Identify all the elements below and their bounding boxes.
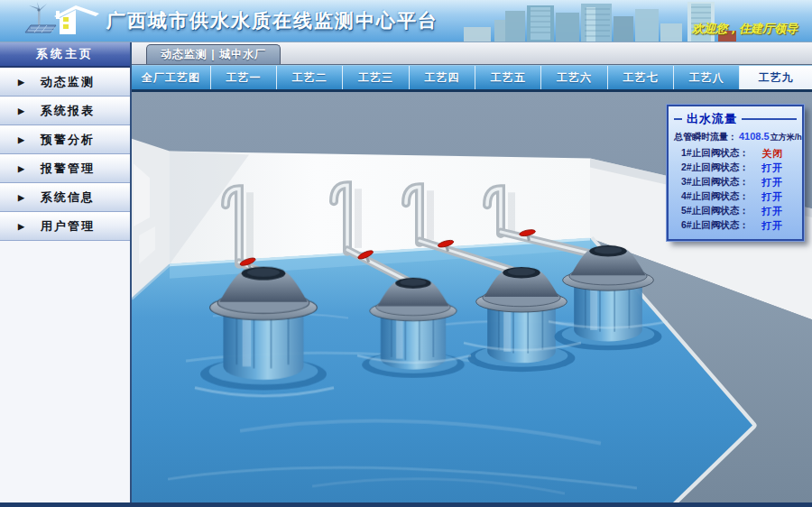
app-header: 广西城市供水水质在线监测中心平台 [0,0,812,42]
sidebar-item-label: 用户管理 [41,218,95,235]
sidebar-menu-item[interactable]: ▶ 报警管理 [0,154,130,183]
solar-panel-icon [25,25,56,32]
breadcrumb-tab[interactable]: 动态监测 | 城中水厂 [146,44,281,64]
valve-label: 3#止回阀状态： [681,176,749,189]
process-tabbar: 全厂工艺图 工艺一 工艺二 工艺三 工艺四 工艺五 工艺六 工艺七 工艺八 [132,65,812,89]
process-tab[interactable]: 工艺五 [475,66,541,89]
process-tab[interactable]: 工艺四 [410,66,475,89]
sidebar-menu-item[interactable]: ▶ 系统报表 [0,97,130,125]
flow-label: 总管瞬时流量： [674,131,737,143]
sidebar-menu-item[interactable]: ▶ 预警分析 [0,125,130,154]
valve-status-row: 5#止回阀状态： 打开 [674,204,797,218]
valve-status-row: 1#止回阀状态： 关闭 [674,146,797,161]
valve-status-row: 4#止回阀状态： 打开 [674,189,797,204]
valve-status-row: 2#止回阀状态： 打开 [674,161,797,175]
sidebar-filler [0,241,130,502]
process-tab[interactable]: 工艺二 [277,66,343,89]
process-tab[interactable]: 工艺七 [608,66,674,89]
valve-status-value: 打开 [749,176,797,189]
arrow-right-icon: ▶ [18,106,26,115]
valve-status-row: 3#止回阀状态： 打开 [674,175,797,189]
valve-status-value: 打开 [749,190,797,204]
arrow-right-icon: ▶ [18,135,26,144]
pump-room-scene: 出水流量 总管瞬时流量：4108.5立方米/h 1#止回阀状态： 关闭 [132,92,812,502]
page-title: 广西城市供水水质在线监测中心平台 [106,8,438,33]
welcome-text: 欢迎您，住建厅领导 [692,21,798,37]
window-bottom-edge [0,502,812,507]
sidebar-item-label: 系统报表 [41,103,95,119]
sidebar: 系统主页 ▶ 动态监测 ▶ 系统报表 ▶ 预警分析 [0,42,132,502]
sidebar-home-button[interactable]: 系统主页 [0,42,130,68]
platform-logo [20,2,103,40]
process-tab[interactable]: 工艺三 [343,66,409,89]
sidebar-item-label: 动态监测 [41,74,95,90]
valve-label: 6#止回阀状态： [681,219,749,232]
process-tab[interactable]: 全厂工艺图 [132,66,211,89]
sidebar-menu-item[interactable]: ▶ 用户管理 [0,212,130,241]
sidebar-item-label: 报警管理 [41,161,95,177]
breadcrumb-row: 动态监测 | 城中水厂 [132,42,812,65]
valve-label: 5#止回阀状态： [681,205,749,217]
valve-label: 2#止回阀状态： [681,161,749,174]
process-tab[interactable]: 工艺九 [740,66,812,89]
arrow-right-icon: ▶ [18,78,26,87]
arrow-right-icon: ▶ [18,164,26,173]
flow-unit: 立方米/h [770,132,802,143]
valve-status-list: 1#止回阀状态： 关闭 2#止回阀状态： 打开 3#止回阀状态： 打 [674,146,797,233]
arrow-right-icon: ▶ [18,193,26,202]
flow-value: 4108.5 [739,131,770,142]
sidebar-menu-item[interactable]: ▶ 动态监测 [0,68,130,97]
content-area: 动态监测 | 城中水厂 全厂工艺图 工艺一 工艺二 工艺三 工艺四 工艺五 工艺… [132,42,812,502]
sidebar-item-label: 预警分析 [41,132,95,148]
valve-status-value: 打开 [749,205,797,218]
process-tab[interactable]: 工艺一 [211,66,277,89]
valve-label: 4#止回阀状态： [681,190,749,203]
valve-status-value: 打开 [749,219,797,233]
process-tab[interactable]: 工艺六 [541,66,607,89]
app-window: 广西城市供水水质在线监测中心平台 [0,0,812,502]
valve-label: 1#止回阀状态： [681,147,749,160]
panel-title: 出水流量 [687,111,737,127]
outflow-info-panel: 出水流量 总管瞬时流量：4108.5立方米/h 1#止回阀状态： 关闭 [667,105,804,241]
sidebar-item-label: 系统信息 [41,189,95,206]
valve-status-row: 6#止回阀状态： 打开 [674,218,797,233]
flow-total-row: 总管瞬时流量：4108.5立方米/h [674,131,797,143]
sidebar-menu: ▶ 动态监测 ▶ 系统报表 ▶ 预警分析 ▶ [0,68,130,241]
arrow-right-icon: ▶ [18,222,26,231]
valve-status-value: 关闭 [749,147,797,161]
sidebar-menu-item[interactable]: ▶ 系统信息 [0,183,130,212]
process-tab[interactable]: 工艺八 [674,66,740,89]
house-icon [54,5,99,34]
valve-status-value: 打开 [749,161,797,175]
